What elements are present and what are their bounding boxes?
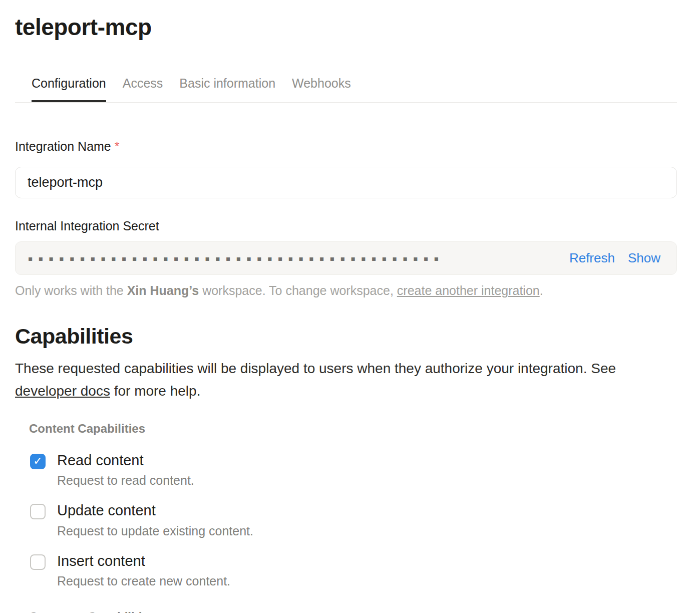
update-content-checkbox[interactable]: ✓ xyxy=(30,504,46,519)
secret-actions: Refresh Show xyxy=(569,250,660,266)
capabilities-description: These requested capabilities will be dis… xyxy=(15,357,677,402)
show-secret-link[interactable]: Show xyxy=(628,250,660,266)
capability-row-insert-content: ✓ Insert content Request to create new c… xyxy=(30,553,677,588)
comment-capabilities-section-title: Comment Capabilities xyxy=(29,610,677,613)
tab-basic-information[interactable]: Basic information xyxy=(179,76,275,102)
integration-secret-label: Internal Integration Secret xyxy=(15,219,677,233)
integration-name-label: Integration Name* xyxy=(15,139,677,154)
content-capabilities-list: ✓ Read content Request to read content. … xyxy=(30,452,677,588)
tab-access[interactable]: Access xyxy=(123,76,163,102)
read-content-label[interactable]: Read content xyxy=(57,452,194,469)
capabilities-heading: Capabilities xyxy=(15,324,677,349)
update-content-label[interactable]: Update content xyxy=(57,502,253,519)
check-icon: ✓ xyxy=(33,456,42,467)
capability-row-read-content: ✓ Read content Request to read content. xyxy=(30,452,677,488)
tab-configuration[interactable]: Configuration xyxy=(32,76,106,102)
update-content-description: Request to update existing content. xyxy=(57,524,253,538)
insert-content-label[interactable]: Insert content xyxy=(57,553,230,569)
page: teleport-mcp Configuration Access Basic … xyxy=(0,14,700,613)
page-title: teleport-mcp xyxy=(15,14,677,41)
tab-bar: Configuration Access Basic information W… xyxy=(15,76,677,103)
insert-content-checkbox[interactable]: ✓ xyxy=(30,554,46,570)
read-content-description: Request to read content. xyxy=(57,473,194,488)
tab-webhooks[interactable]: Webhooks xyxy=(292,76,351,102)
refresh-secret-link[interactable]: Refresh xyxy=(569,250,615,266)
read-content-checkbox[interactable]: ✓ xyxy=(30,454,46,469)
integration-name-input[interactable] xyxy=(15,167,677,198)
content-capabilities-section-title: Content Capabilities xyxy=(29,422,677,436)
insert-content-description: Request to create new content. xyxy=(57,574,230,588)
required-asterisk: * xyxy=(115,139,120,153)
workspace-helper-text: Only works with the Xin Huang’s workspac… xyxy=(15,283,677,298)
capability-row-update-content: ✓ Update content Request to update exist… xyxy=(30,502,677,538)
integration-secret-field: ▪▪▪▪▪▪▪▪▪▪▪▪▪▪▪▪▪▪▪▪▪▪▪▪▪▪▪▪▪▪▪▪▪▪▪▪▪▪▪▪… xyxy=(15,241,677,275)
secret-masked-value: ▪▪▪▪▪▪▪▪▪▪▪▪▪▪▪▪▪▪▪▪▪▪▪▪▪▪▪▪▪▪▪▪▪▪▪▪▪▪▪▪ xyxy=(28,255,569,262)
developer-docs-link[interactable]: developer docs xyxy=(15,383,110,399)
create-another-integration-link[interactable]: create another integration xyxy=(397,283,540,297)
workspace-name: Xin Huang’s xyxy=(127,283,199,297)
